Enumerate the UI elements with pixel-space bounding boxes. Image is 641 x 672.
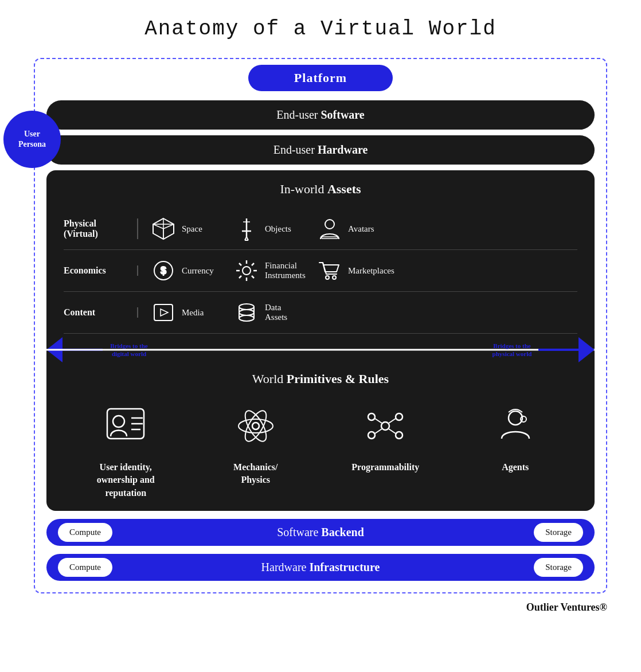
assets-row-physical: Physical(Virtual) Space Objects — [64, 208, 577, 250]
asset-marketplaces-label: Marketplaces — [348, 266, 394, 276]
assets-items-content: Media Data Assets — [138, 299, 577, 326]
asset-space: Space — [150, 215, 224, 243]
cart-icon — [316, 257, 343, 284]
primitives-title: World Primitives & Rules — [64, 372, 577, 386]
category-economics: Economics — [64, 265, 138, 276]
atom-icon — [230, 400, 282, 452]
svg-point-40 — [396, 432, 402, 439]
primitive-agents: Agents — [458, 400, 573, 474]
combined-dark-block: In-world Assets Physical(Virtual) Space … — [46, 170, 595, 511]
avatar-icon — [316, 215, 343, 243]
bridge-right-label: Bridges to the physical world — [489, 342, 535, 358]
cube-icon — [150, 215, 177, 243]
assets-row-content: Content Media Data Assets — [64, 292, 577, 334]
svg-point-11 — [243, 267, 251, 275]
svg-line-41 — [375, 419, 382, 423]
asset-avatars: Avatars — [316, 215, 390, 243]
svg-line-17 — [252, 276, 254, 278]
svg-line-18 — [252, 263, 254, 265]
svg-point-46 — [521, 416, 526, 422]
svg-rect-8 — [322, 237, 338, 239]
asset-marketplaces: Marketplaces — [316, 257, 394, 284]
hardware-storage-pill: Storage — [534, 558, 583, 577]
svg-point-32 — [252, 423, 259, 429]
hardware-infra-label: Hardware Infrastructure — [58, 561, 583, 574]
agent-icon — [490, 400, 541, 452]
asset-financial-label: Financial Instruments — [265, 261, 306, 280]
category-content: Content — [64, 307, 138, 318]
svg-line-19 — [239, 276, 241, 278]
identity-label: User identity,ownership andreputation — [97, 461, 155, 499]
asset-objects: Objects — [233, 215, 307, 243]
media-icon — [150, 299, 177, 326]
main-title: Anatomy of a Virtual World — [144, 17, 497, 41]
svg-point-38 — [396, 413, 402, 420]
outer-container: User Persona Platform End-user Software … — [34, 58, 607, 593]
svg-point-39 — [368, 432, 375, 439]
software-compute-pill: Compute — [58, 523, 112, 542]
asset-currency: $ Currency — [150, 257, 224, 284]
asset-financial: Financial Instruments — [233, 257, 307, 284]
inworld-title: In-world Assets — [64, 182, 577, 197]
category-physical: Physical(Virtual) — [64, 218, 138, 239]
primitives-items: User identity,ownership andreputation Me… — [64, 400, 577, 499]
hardware-compute-pill: Compute — [58, 558, 112, 577]
database-icon — [233, 299, 260, 326]
assets-row-economics: Economics $ Currency Financial Instrumen… — [64, 250, 577, 292]
platform-pill-wrapper: Platform — [46, 65, 595, 91]
identity-icon — [100, 400, 151, 452]
svg-point-21 — [333, 276, 336, 279]
sword-icon — [233, 215, 260, 243]
svg-line-16 — [239, 263, 241, 265]
svg-point-20 — [326, 276, 329, 279]
programmability-label: Programmability — [351, 461, 419, 474]
gear-icon — [233, 257, 260, 284]
svg-point-28 — [113, 416, 124, 427]
right-arrow-line — [538, 349, 579, 351]
right-arrow-head — [579, 337, 595, 362]
asset-data-label: Data Assets — [265, 303, 287, 322]
software-backend-label: Software Backend — [58, 526, 583, 539]
assets-items-physical: Space Objects Avatars — [138, 215, 577, 243]
svg-point-24 — [239, 304, 254, 310]
svg-marker-23 — [161, 309, 168, 316]
asset-data: Data Assets — [233, 299, 307, 326]
mechanics-label: Mechanics/Physics — [233, 461, 277, 487]
primitive-identity: User identity,ownership andreputation — [68, 400, 183, 499]
primitive-programmability: Programmability — [328, 400, 443, 474]
asset-currency-label: Currency — [182, 266, 214, 276]
svg-text:$: $ — [161, 265, 166, 276]
asset-space-label: Space — [182, 224, 202, 234]
user-persona: User Persona — [3, 111, 61, 168]
asset-avatars-label: Avatars — [348, 224, 374, 234]
svg-rect-22 — [154, 304, 173, 321]
svg-point-7 — [325, 220, 334, 229]
asset-media-label: Media — [182, 308, 204, 318]
enduser-hardware-label: Hardware — [318, 143, 368, 156]
asset-objects-label: Objects — [265, 224, 291, 234]
currency-icon: $ — [150, 257, 177, 284]
enduser-software-label: Software — [320, 108, 364, 121]
bridges-section: Bridges to the digital world Bridges to … — [46, 334, 595, 366]
svg-line-42 — [389, 419, 396, 423]
svg-point-37 — [368, 413, 375, 420]
svg-line-43 — [375, 429, 382, 433]
hardware-infra-row: Compute Hardware Infrastructure Storage — [46, 554, 595, 581]
enduser-software-row: End-user Software — [46, 100, 595, 130]
software-storage-pill: Storage — [534, 523, 583, 542]
asset-media: Media — [150, 299, 224, 326]
assets-items-economics: $ Currency Financial Instruments Marketp… — [138, 257, 577, 284]
footer: Outlier Ventures® — [34, 601, 607, 614]
svg-point-26 — [239, 315, 254, 321]
svg-point-36 — [381, 422, 389, 430]
platform-pill: Platform — [248, 65, 393, 91]
software-backend-row: Compute Software Backend Storage — [46, 519, 595, 546]
svg-point-33 — [239, 419, 273, 433]
agents-label: Agents — [502, 461, 529, 474]
primitive-mechanics: Mechanics/Physics — [198, 400, 313, 487]
svg-line-44 — [389, 429, 396, 433]
enduser-hardware-row: End-user Hardware — [46, 135, 595, 165]
network-icon — [359, 400, 411, 452]
svg-point-25 — [239, 310, 254, 315]
